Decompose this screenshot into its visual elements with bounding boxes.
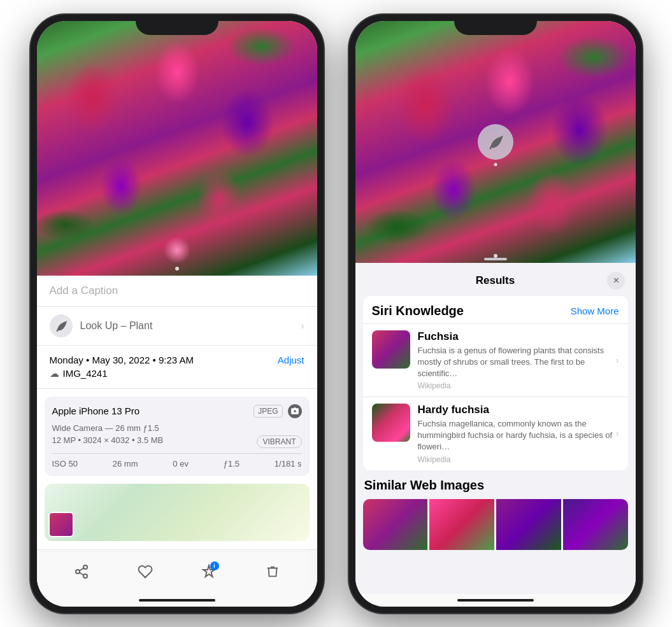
adjust-button[interactable]: Adjust bbox=[278, 355, 304, 365]
photo-date: Monday • May 30, 2022 • 9:23 AM bbox=[50, 355, 194, 365]
knowledge-item-hardy[interactable]: Hardy fuchsia Fuchsia magellanica, commo… bbox=[363, 397, 628, 470]
style-badge: VIBRANT bbox=[257, 435, 301, 448]
phone-notch-right bbox=[454, 15, 537, 35]
left-phone: Add a Caption Look Up – Plant › Monday •… bbox=[31, 15, 324, 613]
share-icon bbox=[74, 564, 89, 579]
siri-leaf-icon bbox=[487, 133, 504, 151]
home-bar bbox=[139, 599, 215, 602]
focal-value: 26 mm bbox=[113, 459, 138, 468]
similar-image-4[interactable] bbox=[563, 499, 628, 550]
trash-icon bbox=[266, 564, 280, 579]
hardy-thumbnail bbox=[372, 404, 410, 442]
map-thumbnail bbox=[48, 512, 74, 537]
fuchsia-content: Fuchsia Fuchsia is a genus of flowering … bbox=[418, 330, 619, 391]
share-button[interactable] bbox=[73, 563, 90, 581]
similar-images-grid bbox=[363, 499, 628, 550]
fuchsia-thumbnail bbox=[372, 330, 410, 369]
flower-photo-right[interactable] bbox=[355, 21, 636, 263]
siri-knowledge-title: Siri Knowledge bbox=[372, 304, 464, 318]
heart-icon bbox=[138, 564, 153, 579]
home-bar-right bbox=[457, 599, 534, 602]
flower-photo-left[interactable] bbox=[37, 21, 317, 276]
camera-icon-badge bbox=[288, 404, 302, 418]
lookup-icon-circle bbox=[50, 314, 73, 337]
siri-knowledge-header: Siri Knowledge Show More bbox=[363, 296, 628, 323]
page-indicator bbox=[175, 267, 179, 271]
knowledge-item-fuchsia[interactable]: Fuchsia Fuchsia is a genus of flowering … bbox=[363, 323, 628, 397]
map-section[interactable] bbox=[45, 484, 310, 541]
cloud-icon: ☁ bbox=[50, 368, 59, 379]
resolution-details: 12 MP • 3024 × 4032 • 3.5 MB bbox=[52, 435, 164, 445]
fuchsia-source: Wikipedia bbox=[418, 381, 619, 390]
hardy-description: Fuchsia magellanica, commonly known as t… bbox=[418, 418, 619, 453]
ev-value: 0 ev bbox=[173, 459, 189, 468]
camera-section: Apple iPhone 13 Pro JPEG Wide Camera — 2… bbox=[45, 397, 310, 476]
hardy-chevron: › bbox=[616, 428, 619, 439]
caption-placeholder[interactable]: Add a Caption bbox=[50, 285, 118, 297]
exif-row: ISO 50 26 mm 0 ev ƒ1.5 1/181 s bbox=[52, 453, 302, 468]
bottom-toolbar: i bbox=[37, 549, 317, 594]
right-phone: Results ✕ Siri Knowledge Show More Fuchs… bbox=[349, 15, 642, 613]
phone-notch bbox=[136, 15, 218, 35]
similar-image-1[interactable] bbox=[363, 499, 428, 550]
hardy-title: Hardy fuchsia bbox=[418, 404, 619, 416]
iso-value: ISO 50 bbox=[52, 459, 78, 468]
filename-label: IMG_4241 bbox=[63, 368, 108, 379]
fuchsia-chevron: › bbox=[616, 355, 619, 365]
leaf-icon bbox=[54, 319, 68, 333]
format-badge: JPEG bbox=[254, 405, 282, 418]
siri-knowledge-section: Siri Knowledge Show More Fuchsia Fuchsia… bbox=[363, 296, 628, 470]
lookup-label: Look Up – Plant bbox=[80, 320, 153, 332]
info-button[interactable]: i bbox=[200, 563, 218, 581]
right-phone-screen: Results ✕ Siri Knowledge Show More Fuchs… bbox=[355, 21, 636, 607]
hardy-source: Wikipedia bbox=[418, 455, 619, 464]
show-more-button[interactable]: Show More bbox=[571, 306, 619, 316]
drag-handle[interactable] bbox=[484, 258, 507, 260]
left-content-area: Add a Caption Look Up – Plant › Monday •… bbox=[37, 276, 317, 549]
similar-images-title: Similar Web Images bbox=[363, 478, 628, 493]
similar-images-section: Similar Web Images bbox=[355, 478, 636, 550]
camera-model: Apple iPhone 13 Pro bbox=[52, 405, 140, 416]
similar-image-3[interactable] bbox=[496, 499, 561, 550]
favorite-button[interactable] bbox=[136, 563, 154, 581]
lookup-row[interactable]: Look Up – Plant › bbox=[37, 307, 317, 346]
home-indicator-right bbox=[355, 594, 636, 607]
camera-icon bbox=[290, 407, 299, 416]
fuchsia-description: Fuchsia is a genus of flowering plants t… bbox=[418, 345, 619, 380]
lookup-chevron: › bbox=[301, 320, 304, 332]
results-title: Results bbox=[476, 274, 515, 287]
left-phone-screen: Add a Caption Look Up – Plant › Monday •… bbox=[37, 21, 317, 607]
camera-badges: JPEG bbox=[254, 404, 301, 418]
delete-button[interactable] bbox=[264, 563, 282, 581]
siri-dot bbox=[494, 163, 497, 166]
similar-image-2[interactable] bbox=[429, 499, 494, 550]
fuchsia-title: Fuchsia bbox=[418, 330, 619, 343]
metadata-section: Monday • May 30, 2022 • 9:23 AM Adjust ☁… bbox=[37, 346, 317, 389]
lens-details: Wide Camera — 26 mm ƒ1.5 bbox=[52, 423, 302, 433]
results-header: Results ✕ bbox=[355, 263, 636, 296]
aperture-value: ƒ1.5 bbox=[224, 459, 239, 468]
results-panel: Results ✕ Siri Knowledge Show More Fuchs… bbox=[355, 263, 636, 594]
home-indicator bbox=[37, 594, 317, 607]
results-close-button[interactable]: ✕ bbox=[607, 272, 625, 290]
caption-area: Add a Caption bbox=[37, 276, 317, 307]
hardy-content: Hardy fuchsia Fuchsia magellanica, commo… bbox=[418, 404, 619, 464]
siri-visual-button[interactable] bbox=[478, 124, 513, 160]
info-badge: i bbox=[210, 561, 219, 570]
shutter-value: 1/181 s bbox=[275, 459, 302, 468]
